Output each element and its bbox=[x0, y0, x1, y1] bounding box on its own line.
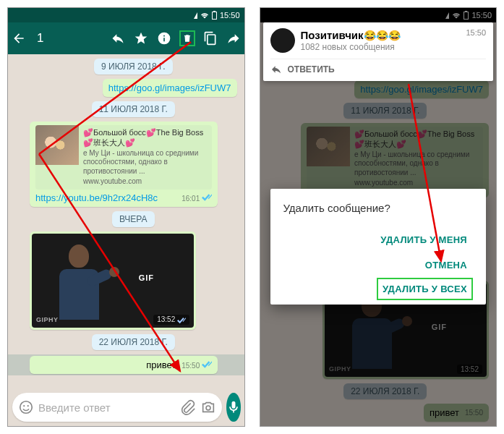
emoji-icon[interactable] bbox=[18, 399, 34, 415]
preview-title: 💕Большой босс💕The Big Boss💕班长大人💕 bbox=[83, 128, 208, 148]
delete-dialog: Удалить сообщение? УДАЛИТЬ У МЕНЯ ОТМЕНА… bbox=[270, 189, 487, 305]
svg-point-1 bbox=[23, 405, 25, 407]
message-time: 15:50 bbox=[181, 361, 212, 370]
preview-desc: е Му Ци - школьница со средними способно… bbox=[83, 149, 208, 176]
link-preview: 💕Большой босс💕The Big Boss💕班长大人💕 е Му Ци… bbox=[35, 125, 212, 190]
star-icon[interactable] bbox=[133, 30, 149, 46]
svg-point-3 bbox=[206, 406, 210, 410]
date-badge: 11 ИЮЛЯ 2018 Г. bbox=[92, 101, 175, 117]
avatar bbox=[270, 28, 295, 53]
svg-point-2 bbox=[27, 405, 29, 407]
chat-pane[interactable]: 9 ИЮЛЯ 2018 Г. https://goo.gl/images/izF… bbox=[8, 54, 244, 388]
message-link[interactable]: https://goo.gl/images/izFUW7 bbox=[103, 79, 237, 97]
message-text[interactable]: привет 15:50 bbox=[30, 356, 218, 374]
delete-for-all-button[interactable]: УДАЛИТЬ У ВСЕХ bbox=[377, 278, 473, 300]
svg-point-0 bbox=[20, 401, 33, 414]
selection-toolbar: 1 bbox=[8, 22, 244, 54]
message-time: 13:52 bbox=[153, 315, 189, 324]
back-icon[interactable] bbox=[11, 30, 27, 46]
notif-subtitle: 1082 новых сообщения bbox=[301, 42, 401, 52]
notification-card[interactable]: 15:50 Позитивчик😂😂😂 1082 новых сообщения… bbox=[263, 22, 494, 81]
cancel-button[interactable]: ОТМЕНА bbox=[419, 252, 473, 278]
notif-emoji: 😂😂😂 bbox=[364, 30, 401, 41]
delete-icon[interactable] bbox=[179, 30, 195, 46]
wifi-icon bbox=[200, 11, 209, 20]
giphy-watermark: GIPHY bbox=[36, 316, 59, 323]
gif-badge: GIF bbox=[139, 273, 154, 282]
info-icon[interactable] bbox=[156, 30, 172, 46]
message-link-text: https://youtu.be/9h2rx24cH8c bbox=[35, 192, 158, 203]
battery-icon bbox=[212, 12, 217, 20]
dialog-title: Удалить сообщение? bbox=[283, 202, 474, 214]
camera-icon[interactable] bbox=[200, 399, 216, 415]
status-bar: 15:50 bbox=[8, 8, 244, 22]
selected-message-row[interactable]: привет 15:50 bbox=[8, 354, 244, 375]
date-badge: 9 ИЮЛЯ 2018 Г. bbox=[94, 59, 173, 75]
selected-count: 1 bbox=[34, 31, 43, 46]
message-input[interactable] bbox=[38, 401, 176, 414]
attach-icon[interactable] bbox=[180, 399, 196, 415]
date-badge: ВЧЕРА bbox=[112, 211, 155, 227]
preview-source: www.youtube.com bbox=[83, 177, 208, 187]
delete-for-me-button[interactable]: УДАЛИТЬ У МЕНЯ bbox=[375, 227, 473, 252]
message-time: 16:01 bbox=[181, 194, 212, 203]
status-time: 15:50 bbox=[220, 11, 240, 20]
preview-thumbnail bbox=[35, 125, 79, 165]
message-youtube[interactable]: 💕Большой босс💕The Big Boss💕班长大人💕 е Му Ци… bbox=[30, 122, 218, 207]
copy-icon[interactable] bbox=[202, 30, 218, 46]
reply-icon[interactable] bbox=[110, 30, 126, 46]
notif-reply-button[interactable]: ОТВЕТИТЬ bbox=[270, 59, 487, 75]
message-gif[interactable]: GIF GIPHY 13:52 bbox=[30, 231, 196, 330]
composer bbox=[8, 388, 244, 426]
mic-button[interactable] bbox=[226, 393, 241, 422]
signal-icon bbox=[194, 12, 197, 19]
date-badge: 22 ИЮЛЯ 2018 Г. bbox=[92, 334, 175, 350]
notif-time: 15:50 bbox=[466, 28, 486, 37]
forward-icon[interactable] bbox=[226, 30, 242, 46]
notif-title: Позитивчик bbox=[301, 29, 364, 41]
